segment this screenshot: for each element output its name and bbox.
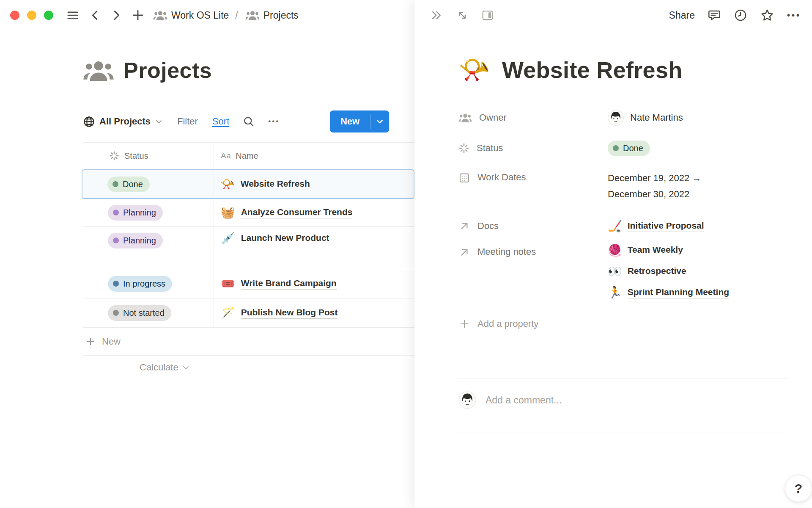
relation-link[interactable]: 🏒 Initiative Proposal [608, 221, 704, 232]
property-label: Docs [458, 220, 608, 232]
page-link[interactable]: Publish New Blog Post [241, 307, 338, 319]
page-link[interactable]: Write Brand Campaign [241, 278, 337, 290]
side-peek-button[interactable] [481, 9, 494, 22]
add-property-label: Add a property [477, 318, 538, 329]
date-range-end: December 30, 2022 [608, 186, 701, 202]
comments-button[interactable] [708, 8, 721, 22]
back-button[interactable] [89, 8, 102, 22]
page-emoji[interactable]: 📯 [458, 57, 490, 83]
new-row-button[interactable]: New [83, 328, 414, 356]
expand-diagonal-icon [456, 9, 469, 22]
more-button[interactable]: ••• [268, 117, 280, 126]
status-cell[interactable]: Not started [83, 305, 214, 321]
menu-button[interactable] [65, 9, 80, 22]
column-header-name[interactable]: Aa Name [214, 151, 414, 161]
name-cell[interactable]: 🎟️ Write Brand Campaign [214, 278, 414, 290]
page-link[interactable]: Website Refresh [241, 179, 310, 190]
new-button[interactable]: New [330, 110, 389, 133]
page-link[interactable]: Initiative Proposal [628, 221, 704, 232]
name-cell[interactable]: 📯 Website Refresh [213, 179, 414, 190]
view-selector[interactable]: All Projects [83, 116, 163, 128]
relation-link[interactable]: 👀 Retrospective [608, 266, 729, 277]
page-link[interactable]: Team Weekly [628, 245, 683, 256]
peek-page-header: 📯 Website Refresh [458, 57, 683, 83]
more-button[interactable]: ••• [787, 11, 801, 20]
relation-link[interactable]: 🧶 Team Weekly [608, 245, 729, 256]
status-badge[interactable]: Planning [108, 233, 163, 248]
avatar [608, 110, 624, 126]
relation-link[interactable]: 🏃 Sprint Planning Meeting [608, 287, 729, 298]
page-link[interactable]: Sprint Planning Meeting [628, 287, 729, 298]
comment-input[interactable] [486, 395, 787, 406]
status-dot [113, 281, 119, 287]
table-row[interactable]: Planning 🧺 Analyze Consumer Trends [83, 199, 414, 227]
status-cell[interactable]: Done [82, 177, 213, 192]
property-label: Owner [458, 106, 608, 130]
breadcrumb-page[interactable]: Projects [263, 10, 299, 21]
favorite-button[interactable] [760, 8, 774, 22]
table-row[interactable]: In progress 🎟️ Write Brand Campaign [83, 269, 414, 298]
status-value[interactable]: Done [608, 137, 797, 159]
comment-section [458, 391, 787, 409]
property-row-meeting-notes[interactable]: Meeting notes 🧶 Team Weekly 👀 Retrospect… [458, 245, 797, 298]
property-row-status[interactable]: Status Done [458, 137, 797, 159]
minimize-window-button[interactable] [27, 11, 36, 20]
add-property-button[interactable]: Add a property [458, 314, 797, 334]
page-link[interactable]: Launch New Product [241, 233, 329, 244]
name-cell[interactable]: 🧺 Analyze Consumer Trends [214, 207, 414, 218]
new-page-button[interactable] [131, 8, 145, 22]
history-button[interactable] [734, 8, 747, 22]
expand-page-button[interactable] [456, 9, 469, 22]
calculate-button[interactable]: Calculate [83, 356, 414, 379]
owner-value[interactable]: Nate Martins [608, 106, 797, 130]
new-button-dropdown[interactable] [370, 110, 389, 133]
search-button[interactable] [243, 116, 255, 127]
calendar-icon [458, 172, 470, 184]
page-title: Projects [123, 58, 212, 83]
status-cell[interactable]: Planning [83, 227, 214, 248]
view-name: All Projects [99, 116, 151, 127]
status-badge[interactable]: Planning [108, 205, 163, 221]
property-row-work-dates[interactable]: Work Dates December 19, 2022 → December … [458, 170, 797, 202]
property-row-docs[interactable]: Docs 🏒 Initiative Proposal [458, 220, 797, 232]
share-button[interactable]: Share [669, 10, 695, 21]
status-cell[interactable]: In progress [83, 276, 214, 292]
page-link[interactable]: Analyze Consumer Trends [241, 207, 353, 218]
plus-icon [458, 318, 470, 330]
page-emoji: 🎟️ [221, 278, 235, 290]
close-window-button[interactable] [10, 11, 19, 20]
page-emoji: 📯 [220, 179, 235, 190]
table-row[interactable]: Not started 🪄 Publish New Blog Post [83, 298, 414, 328]
column-header-status[interactable]: Status [83, 151, 214, 161]
page-link[interactable]: Retrospective [628, 266, 686, 277]
page-emoji: 🏃 [608, 287, 622, 298]
sort-button[interactable]: Sort [212, 116, 229, 127]
name-cell[interactable]: 🪄 Publish New Blog Post [214, 307, 414, 319]
status-badge[interactable]: Not started [108, 305, 171, 321]
breadcrumb-workspace[interactable]: Work OS Lite [171, 10, 229, 21]
name-cell[interactable]: 💉 Launch New Product [214, 227, 414, 244]
table-row-selected[interactable]: Done 📯 Website Refresh [82, 169, 414, 199]
status-badge[interactable]: Done [608, 141, 650, 156]
people-icon [153, 10, 167, 21]
filter-button[interactable]: Filter [177, 116, 198, 127]
forward-button[interactable] [110, 8, 123, 22]
status-badge[interactable]: In progress [108, 276, 172, 292]
status-cell[interactable]: Planning [83, 205, 214, 221]
people-icon[interactable] [83, 58, 114, 82]
table-row[interactable]: Planning 💉 Launch New Product [83, 227, 414, 269]
zoom-window-button[interactable] [44, 11, 53, 20]
double-chevron-right-icon [430, 9, 443, 22]
new-button-label[interactable]: New [330, 110, 370, 133]
status-dot [113, 237, 119, 243]
page-title[interactable]: Website Refresh [502, 57, 683, 83]
property-row-owner[interactable]: Owner Nate Martins [458, 106, 797, 130]
status-badge[interactable]: Done [107, 177, 150, 192]
close-peek-button[interactable] [430, 9, 443, 22]
status-dot [113, 310, 119, 316]
window-top-bar: Work OS Lite / Projects [0, 0, 414, 30]
avatar [458, 391, 476, 409]
help-button[interactable]: ? [785, 475, 812, 502]
owner-name: Nate Martins [630, 112, 683, 123]
work-dates-value[interactable]: December 19, 2022 → December 30, 2022 [608, 170, 797, 202]
